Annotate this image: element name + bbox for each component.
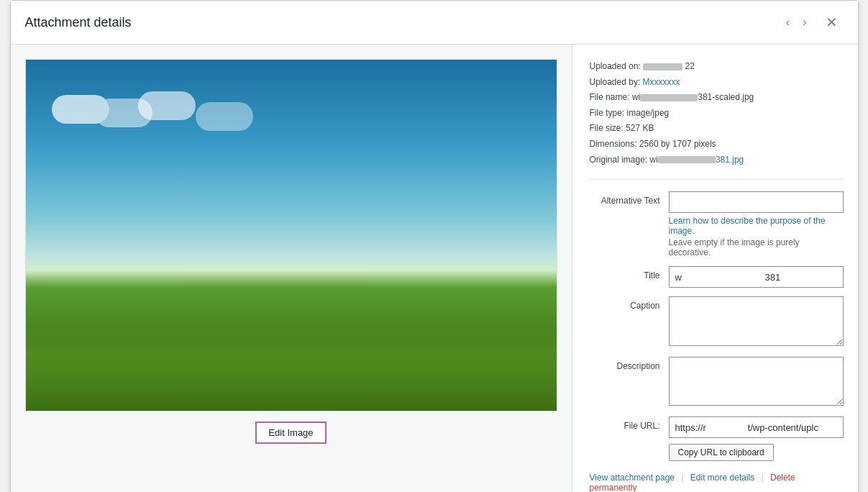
modal-nav: ‹ › ✕: [780, 12, 844, 32]
separator-2: |: [762, 473, 764, 483]
file-url-row: File URL: Copy URL to clipboard: [590, 416, 844, 461]
title-input[interactable]: [669, 266, 844, 288]
modal-header: Attachment details ‹ › ✕: [11, 1, 858, 45]
detail-footer-links: View attachment page | Edit more details…: [590, 473, 844, 492]
dimensions-value: 2560 by 1707 pixels: [639, 139, 716, 149]
uploaded-on-redacted: [643, 63, 682, 70]
file-url-label: File URL:: [590, 416, 669, 431]
file-info: Uploaded on: 22 Uploaded by: Mxxxxxxx Fi…: [590, 59, 844, 180]
original-image-redacted: [658, 156, 716, 163]
uploaded-on-row: Uploaded on: 22: [590, 59, 844, 75]
view-attachment-link[interactable]: View attachment page: [590, 473, 675, 483]
uploaded-by-row: Uploaded by: Mxxxxxxx: [590, 75, 844, 91]
image-container: [25, 59, 557, 411]
uploaded-by-link[interactable]: Mxxxxxxx: [643, 77, 680, 87]
description-input[interactable]: [669, 357, 844, 406]
title-row: Title: [590, 266, 844, 288]
copy-url-button[interactable]: Copy URL to clipboard: [669, 444, 774, 461]
description-row: Description: [590, 357, 844, 409]
description-label: Description: [590, 357, 669, 371]
landscape-image: [26, 60, 557, 411]
uploaded-by-label: Uploaded by:: [590, 77, 641, 87]
file-type-row: File type: image/jpeg: [590, 106, 844, 122]
edit-more-link[interactable]: Edit more details: [690, 473, 754, 483]
uploaded-on-value: 22: [685, 61, 695, 71]
alt-help-link[interactable]: Learn how to describe the purpose of the…: [669, 216, 844, 236]
close-button[interactable]: ✕: [820, 12, 844, 32]
caption-field: [669, 296, 844, 348]
details-panel: Uploaded on: 22 Uploaded by: Mxxxxxxx Fi…: [572, 45, 858, 492]
modal-body: Edit Image Uploaded on: 22 Uploaded by: …: [11, 45, 858, 492]
file-name-label: File name:: [590, 92, 630, 102]
description-field: [669, 357, 844, 409]
file-type-label: File type:: [590, 108, 625, 118]
file-size-value: 527 KB: [626, 123, 654, 133]
original-image-link[interactable]: 381.jpg: [716, 155, 744, 165]
file-url-input[interactable]: [669, 416, 844, 438]
next-button[interactable]: ›: [797, 14, 812, 31]
original-image-row: Original image: wi381.jpg: [590, 152, 844, 168]
caption-input[interactable]: [669, 296, 844, 346]
title-label: Title: [590, 266, 669, 281]
file-type-value: image/jpeg: [627, 108, 670, 118]
image-panel: Edit Image: [11, 45, 572, 492]
alt-text-input[interactable]: [669, 191, 844, 213]
uploaded-on-label: Uploaded on:: [590, 61, 641, 71]
edit-image-button[interactable]: Edit Image: [255, 422, 326, 444]
file-name-suffix: 381-scaled.jpg: [698, 92, 754, 102]
alt-text-field: Learn how to describe the purpose of the…: [669, 191, 844, 258]
file-size-label: File size:: [590, 123, 623, 133]
alt-text-row: Alternative Text Learn how to describe t…: [590, 191, 844, 258]
image-toolbar: Edit Image: [255, 422, 326, 444]
file-name-row: File name: wi381-scaled.jpg: [590, 90, 844, 106]
caption-label: Caption: [590, 296, 669, 311]
alt-help-text: Leave empty if the image is purely decor…: [669, 237, 844, 258]
prev-button[interactable]: ‹: [780, 14, 795, 31]
title-field: [669, 266, 844, 288]
original-image-label: Original image:: [590, 155, 648, 165]
alt-text-label: Alternative Text: [590, 191, 669, 206]
file-size-row: File size: 527 KB: [590, 121, 844, 137]
file-name-prefix: wi: [632, 92, 640, 102]
attachment-details-modal: Attachment details ‹ › ✕ Edit Image Uplo…: [10, 0, 859, 492]
separator-1: |: [681, 473, 683, 483]
original-image-prefix: wi: [650, 155, 658, 165]
modal-title: Attachment details: [25, 15, 780, 30]
caption-row: Caption: [590, 296, 844, 348]
dimensions-label: Dimensions:: [590, 139, 637, 149]
file-url-field: Copy URL to clipboard: [669, 416, 844, 461]
dimensions-row: Dimensions: 2560 by 1707 pixels: [590, 137, 844, 152]
file-name-redacted: [640, 94, 698, 101]
